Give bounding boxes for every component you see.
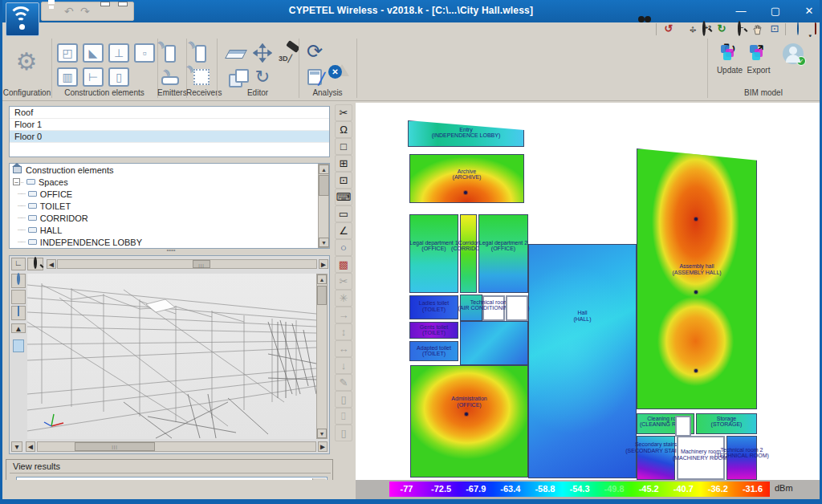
floorplan-canvas[interactable]: Entry(INDEPENDENCE LOBBY)Archive(ARCHIVE… [356, 103, 822, 480]
zoom-out-icon[interactable]: − [731, 22, 747, 36]
room-technical-room-air[interactable]: Technical room Lift(AIR CONDITIONING)(LI… [482, 295, 505, 321]
scroll-up-button[interactable]: ▲ [319, 165, 329, 174]
zoom-previous-icon[interactable]: ↺ [661, 22, 677, 36]
room-ladies-toilet[interactable]: Ladies toilet(TOILET) [409, 295, 458, 319]
receiver-phone-icon[interactable]: ))) [195, 45, 206, 63]
vscroll-left-up-button[interactable]: ▲ [11, 323, 26, 333]
vscroll-right[interactable]: ▲ ▼ [316, 274, 328, 439]
bim-export-icon[interactable]: ↗ [747, 42, 770, 63]
minimize-button[interactable]: — [729, 3, 753, 19]
tree-item-hall[interactable]: ┈┈HALL [10, 224, 329, 236]
floor-item-floor-0[interactable]: Floor 0 [10, 131, 329, 143]
copy-tool-icon[interactable] [229, 69, 248, 87]
floor-item-roof[interactable]: Roof [10, 107, 329, 119]
cut-icon[interactable]: ✂ [335, 104, 352, 121]
room-technical-room-2[interactable]: Technical room 2(TECHNICAL ROOM) [726, 436, 757, 480]
emitter-dot[interactable] [694, 291, 698, 294]
snap-magnet-icon[interactable]: Ω [335, 121, 352, 138]
tree-item-corridor[interactable]: ┈┈CORRIDOR [10, 212, 329, 224]
room-hall-patch-a[interactable] [460, 295, 482, 321]
pan-view-icon[interactable]: ↔↕ [678, 22, 694, 36]
hscroll-track-bottom[interactable]: ||| [37, 441, 316, 452]
wireframe-3d-view[interactable] [27, 274, 316, 439]
snap-center-icon[interactable]: ⊡ [335, 172, 352, 189]
configuration-gear-icon[interactable]: ⚙ [12, 48, 41, 75]
app-logo-wifi-icon[interactable] [6, 2, 39, 36]
emitter-dot[interactable] [694, 369, 698, 372]
zoom-window-icon[interactable]: +2 [696, 22, 712, 36]
room-machinery-room[interactable]: Machinery room(MACHINERY ROOM) [677, 436, 725, 480]
vscroll-left-thumb[interactable] [13, 339, 24, 352]
slab-tool-icon[interactable]: ◰ [57, 43, 78, 63]
room-storage[interactable]: Storage(STORAGE) [696, 413, 757, 434]
keyboard-entry-icon[interactable]: ⌨ [335, 189, 352, 205]
beam-tool-icon[interactable]: ⊢ [83, 67, 104, 87]
splitter-handle[interactable]: •••• [155, 249, 187, 254]
rectangle-icon[interactable]: □ [335, 138, 352, 155]
angle-icon[interactable]: ∠ [335, 222, 352, 239]
opening-tool-icon[interactable]: ▫ [134, 43, 155, 63]
room-secondary-stairs[interactable]: Secondary stairs(SECONDARY STAIRS) [637, 436, 675, 480]
solid-view-icon[interactable] [11, 306, 26, 320]
tree-item-toilet[interactable]: ┈┈TOILET [10, 200, 329, 212]
scroll-thumb[interactable] [317, 286, 327, 305]
grid-icon[interactable]: ⊞ [335, 155, 352, 172]
partition-tool-icon[interactable]: ▥ [57, 67, 78, 87]
receiver-panel-icon[interactable]: ))) [193, 67, 210, 85]
collapse-icon[interactable]: – [13, 178, 20, 185]
redraw-icon[interactable]: ↻ [714, 22, 730, 36]
views-globe-icon[interactable]: ▾ [790, 22, 806, 36]
maximize-button[interactable]: ▢ [763, 3, 787, 19]
erase-tool-icon[interactable] [227, 45, 245, 59]
room-independence-lobby[interactable]: Entry(INDEPENDENCE LOBBY) [408, 120, 524, 147]
scroll-up-button[interactable]: ▲ [317, 274, 327, 284]
bim-user-avatar[interactable]: ✓ [783, 43, 804, 64]
zoom-3d-icon[interactable] [27, 258, 43, 270]
analysis-report-icon[interactable] [307, 69, 322, 85]
scroll-down-button[interactable]: ▼ [319, 238, 329, 247]
room-administration[interactable]: Administration(OFFICE) [410, 365, 528, 478]
search-binoculars-icon[interactable] [637, 22, 653, 36]
tree-root[interactable]: Construction elements [10, 164, 329, 176]
room-storage-lift[interactable] [675, 416, 691, 437]
bim-update-icon[interactable]: ↻ [718, 42, 741, 63]
view-3d-flashlight-icon[interactable]: 3D╱ [279, 43, 299, 63]
pan-hand-icon[interactable] [749, 22, 765, 36]
bim-export-label[interactable]: Export [743, 66, 775, 75]
dimension-icon[interactable]: ▭ [335, 205, 352, 222]
hscroll-track-top[interactable]: ||| [57, 259, 317, 269]
emitter-dot[interactable] [465, 413, 468, 416]
emitter-phone-icon[interactable]: ))) [165, 45, 176, 63]
hscroll-thumb[interactable]: ||| [75, 442, 155, 451]
tree-group-spaces[interactable]: – ·· Spaces [10, 176, 329, 188]
room-gents-toilet[interactable]: Gents toilet(TOILET) [409, 322, 458, 339]
emitter-dot[interactable] [694, 217, 698, 221]
hscroll-left-button[interactable]: ◄ [26, 441, 35, 452]
tree-scrollbar[interactable]: ▲ ▼ [318, 164, 329, 248]
tree-item-office[interactable]: ┈┈OFFICE [10, 188, 329, 200]
undo-icon[interactable]: ↶ [64, 5, 74, 18]
layers-icon[interactable] [11, 290, 26, 304]
axes-icon[interactable]: ∟ [11, 258, 26, 270]
sloped-slab-tool-icon[interactable]: ◣ [83, 43, 104, 63]
emitter-dot[interactable] [464, 191, 467, 194]
hscroll-left-button[interactable]: ◄ [47, 259, 56, 269]
room-lift[interactable] [506, 295, 528, 321]
move-tool-icon[interactable] [253, 43, 272, 66]
hscroll-right-button[interactable]: ► [318, 441, 328, 452]
scroll-down-button[interactable]: ▼ [317, 429, 327, 438]
room-hall-patch-b[interactable] [460, 321, 528, 365]
room-archive[interactable]: Archive(ARCHIVE) [409, 154, 524, 203]
room-legal-department-2[interactable]: Legal department 2(OFFICE) [478, 214, 528, 293]
hscroll-right-button[interactable]: ► [319, 259, 328, 269]
redo-icon[interactable]: ↷ [80, 5, 90, 18]
fit-window-icon[interactable]: ⊡ [767, 22, 783, 36]
room-corridor[interactable]: Corridor(CORRIDOR) [460, 214, 477, 293]
cancel-analysis-icon[interactable]: ✕ [328, 63, 349, 82]
circle-icon[interactable]: ○ [335, 239, 352, 256]
orbit-3d-icon[interactable] [11, 274, 26, 288]
wall-tool-icon[interactable]: ⊥ [108, 43, 129, 63]
bim-update-label[interactable]: Update [714, 66, 746, 75]
close-button[interactable]: ✕ [797, 3, 821, 19]
scroll-thumb[interactable] [319, 175, 329, 196]
